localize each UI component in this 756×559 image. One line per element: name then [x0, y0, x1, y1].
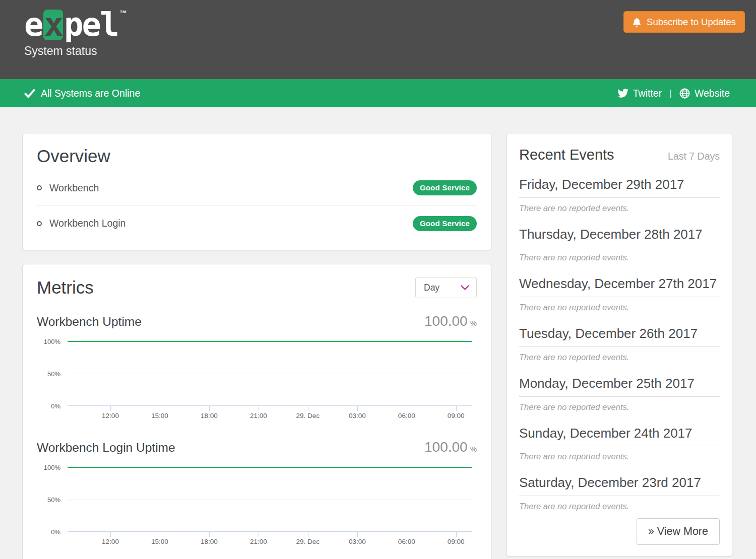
- event-note: There are no reported events.: [519, 253, 720, 262]
- overview-title: Overview: [37, 146, 477, 166]
- y-axis-label: 50%: [47, 370, 60, 378]
- event-date: Sunday, December 24th 2017: [519, 426, 720, 447]
- x-axis-label: 15:00: [151, 412, 168, 420]
- logo-part2: pel: [64, 6, 118, 43]
- website-link[interactable]: Website: [679, 88, 730, 99]
- x-axis-tick: [259, 406, 259, 411]
- metrics-range-dropdown[interactable]: Day: [415, 277, 477, 298]
- x-axis-tick: [160, 532, 160, 537]
- service-row: Workbench Good Service: [37, 170, 477, 205]
- status-bar-links: Twitter | Website: [617, 88, 730, 99]
- service-status-ring-icon: [37, 185, 42, 190]
- logo-x-mark: x: [43, 10, 64, 40]
- events-list: Friday, December 29th 2017 There are no …: [519, 177, 720, 511]
- event-item: Sunday, December 24th 2017 There are no …: [519, 426, 720, 462]
- subscribe-label: Subscribe to Updates: [647, 17, 736, 28]
- page-subtitle: System status: [24, 44, 127, 58]
- website-label: Website: [695, 88, 730, 99]
- x-axis-tick: [209, 532, 210, 537]
- service-status-badge: Good Service: [413, 216, 477, 231]
- chart-title: Workbench Uptime: [37, 315, 142, 329]
- x-axis-label: 18:00: [201, 538, 218, 545]
- y-axis-label: 100%: [44, 338, 60, 345]
- event-note: There are no reported events.: [519, 303, 720, 312]
- x-axis-label: 29. Dec: [296, 538, 320, 545]
- all-systems-status: All Systems are Online: [24, 88, 140, 99]
- status-message: All Systems are Online: [41, 88, 140, 99]
- expel-logo: expel™ System status: [24, 8, 127, 58]
- subscribe-to-updates-button[interactable]: Subscribe to Updates: [623, 11, 745, 33]
- x-axis: 12:0015:0018:0021:0029. Dec03:0006:0009:…: [68, 532, 472, 550]
- uptime-unit: %: [470, 319, 477, 327]
- uptime-unit: %: [470, 445, 477, 453]
- event-item: Tuesday, December 26th 2017 There are no…: [519, 326, 720, 362]
- y-axis-labels: 100%50%0%: [37, 341, 60, 406]
- x-axis-label: 09:00: [448, 412, 465, 420]
- events-range-label: Last 7 Days: [668, 151, 720, 162]
- event-note: There are no reported events.: [519, 203, 720, 213]
- x-axis-label: 09:00: [448, 538, 465, 545]
- service-row: Workbench Login Good Service: [37, 205, 477, 241]
- x-axis-tick: [407, 532, 407, 537]
- x-axis-tick: [357, 406, 358, 411]
- event-date: Tuesday, December 26th 2017: [519, 326, 720, 347]
- logo-part1: e: [24, 6, 42, 43]
- service-status-ring-icon: [37, 221, 42, 226]
- chart-plot-area: [68, 341, 472, 406]
- workbench-login-uptime-section: Workbench Login Uptime 100.00 % 100%50%0…: [37, 439, 477, 550]
- service-status-badge: Good Service: [413, 180, 477, 195]
- x-axis-label: 12:00: [102, 412, 119, 420]
- y-axis-labels: 100%50%0%: [37, 467, 60, 532]
- twitter-label: Twitter: [633, 88, 662, 99]
- x-axis-tick: [209, 406, 210, 411]
- x-axis-label: 03:00: [349, 412, 366, 420]
- chart-header: Workbench Login Uptime 100.00 %: [37, 439, 477, 455]
- service-name: Workbench: [49, 182, 99, 194]
- x-axis-tick: [259, 532, 259, 537]
- x-axis-tick: [308, 406, 308, 411]
- event-date: Wednesday, December 27th 2017: [519, 276, 720, 297]
- workbench-uptime-section: Workbench Uptime 100.00 % 100%50%0% 12:0…: [37, 313, 477, 424]
- view-more-row: » View More: [519, 518, 720, 545]
- x-axis-label: 12:00: [102, 538, 119, 545]
- logo-wordmark: expel™: [24, 8, 127, 42]
- service-name: Workbench Login: [49, 218, 125, 229]
- chart-plot-area: [68, 467, 472, 532]
- chevron-down-icon: [461, 285, 469, 291]
- view-more-button[interactable]: » View More: [637, 518, 720, 545]
- y-axis-label: 0%: [51, 528, 60, 536]
- y-axis-label: 50%: [47, 496, 60, 504]
- event-note: There are no reported events.: [519, 402, 720, 412]
- globe-icon: [679, 88, 690, 99]
- right-column: Recent Events Last 7 Days Friday, Decemb…: [507, 133, 732, 556]
- x-axis-tick: [357, 532, 358, 537]
- uptime-series-line: [68, 341, 472, 342]
- y-axis-label: 0%: [51, 402, 60, 410]
- check-icon: [24, 89, 35, 98]
- chart-title: Workbench Login Uptime: [37, 441, 175, 455]
- x-axis-tick: [456, 406, 457, 411]
- twitter-link[interactable]: Twitter: [617, 88, 662, 99]
- x-axis-label: 03:00: [349, 538, 366, 545]
- gridline-50: [68, 500, 472, 500]
- x-axis-label: 18:00: [201, 412, 218, 420]
- trademark-symbol: ™: [119, 9, 127, 17]
- overview-card: Overview Workbench Good Service Workbenc…: [22, 133, 491, 250]
- event-item: Friday, December 29th 2017 There are no …: [519, 177, 720, 213]
- x-axis-label: 15:00: [151, 538, 168, 545]
- x-axis-tick: [308, 532, 308, 537]
- page-header: expel™ System status Subscribe to Update…: [0, 0, 756, 79]
- x-axis-label: 06:00: [398, 538, 415, 545]
- metrics-header: Metrics Day: [37, 277, 477, 298]
- uptime-chart: 100%50%0% 12:0015:0018:0021:0029. Dec03:…: [37, 467, 477, 550]
- chart-header: Workbench Uptime 100.00 %: [37, 313, 477, 329]
- x-axis-label: 06:00: [398, 412, 415, 420]
- main-content: Overview Workbench Good Service Workbenc…: [0, 107, 756, 559]
- uptime-chart: 100%50%0% 12:0015:0018:0021:0029. Dec03:…: [37, 341, 477, 424]
- event-date: Monday, December 25th 2017: [519, 376, 720, 397]
- event-item: Thursday, December 28th 2017 There are n…: [519, 227, 720, 263]
- events-header: Recent Events Last 7 Days: [519, 147, 720, 163]
- event-note: There are no reported events.: [519, 353, 720, 362]
- status-page: expel™ System status Subscribe to Update…: [0, 0, 756, 559]
- x-axis: 12:0015:0018:0021:0029. Dec03:0006:0009:…: [68, 406, 472, 424]
